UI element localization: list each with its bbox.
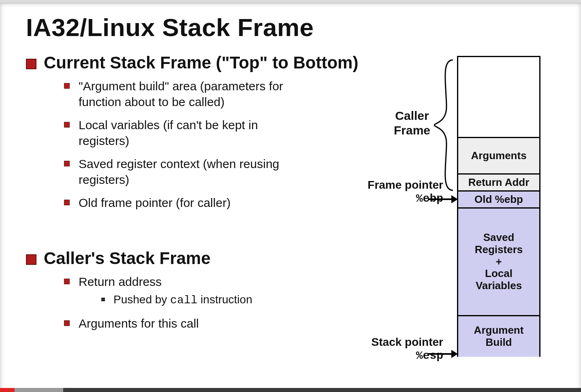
stack-cell-arguments: Arguments — [458, 138, 539, 175]
stack-column: Arguments Return Addr Old %ebp SavedRegi… — [457, 56, 540, 357]
frame-pointer-label: Frame pointer %ebp — [367, 178, 443, 205]
progress-loaded — [15, 388, 63, 392]
caller-frame-label: Caller Frame — [394, 109, 430, 138]
stack-cell-saved-locals: SavedRegisters+LocalVariables — [458, 209, 539, 316]
progress-played — [0, 388, 15, 392]
bullet-icon — [26, 59, 36, 69]
list-item: Local variables (if can't be kept in reg… — [64, 117, 305, 149]
slide-title: IA32/Linux Stack Frame — [26, 13, 565, 42]
stack-diagram: Caller Frame Frame pointer %ebp Stack po… — [322, 56, 565, 364]
list-item: Saved register context (when reusing reg… — [64, 156, 305, 187]
sub-item-pre: Pushed by — [113, 293, 170, 306]
list-item: Return address Pushed by call instructio… — [64, 274, 305, 308]
brace-icon — [433, 58, 457, 192]
stack-cell-argument-build: ArgumentBuild — [458, 316, 539, 357]
slide-content: IA32/Linux Stack Frame Current Stack Fra… — [0, 3, 581, 392]
caller-label-line2: Frame — [394, 123, 430, 138]
caller-label-line1: Caller — [394, 109, 430, 123]
stack-pointer-label: Stack pointer %esp — [372, 335, 443, 362]
sub-list: Pushed by call instruction — [79, 290, 305, 308]
list-item: "Argument build" area (parameters for fu… — [64, 78, 305, 110]
section-heading: Caller's Stack Frame — [44, 249, 211, 268]
stack-pointer-text: Stack pointer — [372, 335, 443, 349]
stack-cell-old-ebp: Old %ebp — [458, 192, 539, 209]
list-item-text: Return address — [79, 275, 162, 288]
frame-pointer-text: Frame pointer — [367, 178, 443, 192]
stack-pointer-reg: %esp — [372, 349, 443, 363]
sub-list-item: Pushed by call instruction — [101, 292, 305, 308]
slide: IA32/Linux Stack Frame Current Stack Fra… — [0, 3, 581, 392]
stack-cell-top-space — [458, 57, 539, 138]
stack-cell-return-addr: Return Addr — [458, 175, 539, 192]
bullet-icon — [26, 254, 36, 265]
list-item: Arguments for this call — [64, 315, 305, 331]
list-item: Old frame pointer (for caller) — [64, 195, 305, 211]
section-heading: Current Stack Frame ("Top" to Bottom) — [44, 53, 358, 72]
video-progress-bar[interactable] — [0, 388, 581, 392]
sub-item-post: instruction — [197, 293, 252, 306]
sub-item-mono: call — [170, 294, 197, 307]
